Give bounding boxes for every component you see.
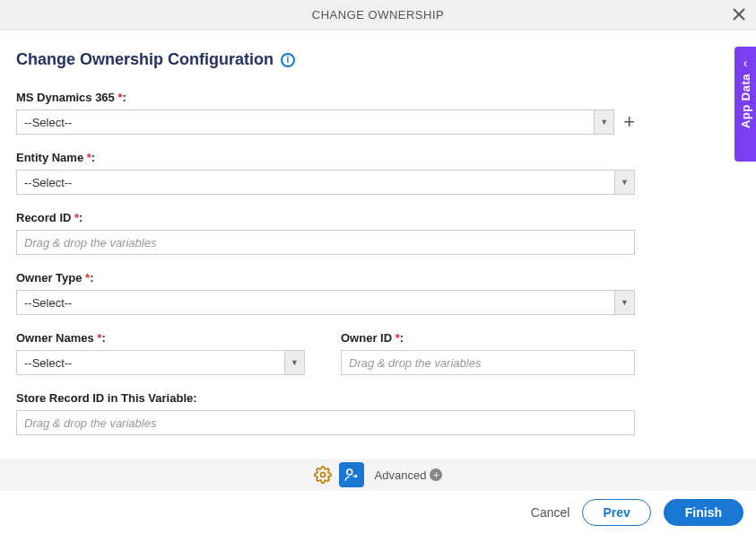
input-store-record-id[interactable] <box>16 410 635 435</box>
user-transfer-icon[interactable] <box>339 462 364 487</box>
dialog-header: CHANGE OWNERSHIP <box>0 0 756 31</box>
gear-icon[interactable] <box>314 466 332 484</box>
label-colon: : <box>91 151 95 164</box>
finish-button[interactable]: Finish <box>664 499 743 526</box>
field-owner-names: Owner Names *: --Select-- ▼ <box>16 331 305 375</box>
field-entity-name: Entity Name *: --Select-- ▼ <box>16 151 635 195</box>
field-owner-id: Owner ID *: <box>341 331 635 375</box>
input-owner-id[interactable] <box>341 350 635 375</box>
label-colon: : <box>90 271 93 285</box>
svg-point-3 <box>346 469 352 475</box>
field-record-id: Record ID *: <box>16 211 635 255</box>
label-owner-type: Owner Type *: <box>16 271 635 285</box>
bottom-toolbar: Advanced + <box>0 459 756 491</box>
label-store-record-id: Store Record ID in This Variable: <box>16 391 635 405</box>
dialog-footer: Cancel Prev Finish <box>0 491 756 534</box>
prev-button[interactable]: Prev <box>582 499 650 526</box>
add-connection-icon[interactable]: + <box>623 112 635 132</box>
side-tab-label: App Data <box>739 74 752 128</box>
label-text: Owner Names <box>16 331 97 345</box>
label-record-id: Record ID *: <box>16 211 635 224</box>
label-colon: : <box>400 331 404 345</box>
label-colon: : <box>101 331 105 345</box>
label-text: Entity Name <box>16 151 87 164</box>
side-tab-app-data[interactable]: ‹ App Data <box>734 47 756 162</box>
label-colon: : <box>123 91 126 104</box>
field-owner-type: Owner Type *: --Select-- ▼ <box>16 271 635 315</box>
select-value: --Select-- <box>17 176 614 189</box>
select-owner-names[interactable]: --Select-- ▼ <box>16 350 305 375</box>
dialog-title: CHANGE OWNERSHIP <box>312 8 444 22</box>
chevron-left-icon: ‹ <box>743 56 748 70</box>
chevron-down-icon: ▼ <box>284 351 304 374</box>
close-icon[interactable] <box>733 7 745 23</box>
label-owner-id: Owner ID *: <box>341 331 635 345</box>
input-record-id[interactable] <box>16 230 635 255</box>
select-value: --Select-- <box>17 116 594 129</box>
field-store-record-id: Store Record ID in This Variable: <box>16 391 635 435</box>
label-text: Owner ID <box>341 331 395 345</box>
select-owner-type[interactable]: --Select-- ▼ <box>16 290 635 315</box>
cancel-button[interactable]: Cancel <box>531 505 570 520</box>
field-ms-dynamics: MS Dynamics 365 *: --Select-- ▼ + <box>16 91 635 135</box>
chevron-down-icon: ▼ <box>614 291 634 314</box>
label-text: Owner Type <box>16 271 85 285</box>
select-value: --Select-- <box>17 296 614 310</box>
page-title: Change Ownership Configuration <box>16 50 274 69</box>
select-value: --Select-- <box>17 356 284 370</box>
label-text: Record ID <box>16 211 74 224</box>
label-text: MS Dynamics 365 <box>16 91 117 104</box>
label-colon: : <box>79 211 83 224</box>
advanced-button[interactable]: Advanced + <box>375 468 443 482</box>
chevron-down-icon: ▼ <box>594 110 613 134</box>
label-entity-name: Entity Name *: <box>16 151 635 164</box>
chevron-down-icon: ▼ <box>614 171 634 194</box>
select-ms-dynamics[interactable]: --Select-- ▼ <box>16 109 614 135</box>
advanced-label: Advanced <box>375 468 427 482</box>
label-ms-dynamics: MS Dynamics 365 *: <box>16 91 635 104</box>
label-owner-names: Owner Names *: <box>16 331 305 345</box>
svg-point-2 <box>320 473 325 477</box>
select-entity-name[interactable]: --Select-- ▼ <box>16 170 635 195</box>
plus-circle-icon: + <box>430 468 442 481</box>
info-icon[interactable]: i <box>281 53 295 67</box>
